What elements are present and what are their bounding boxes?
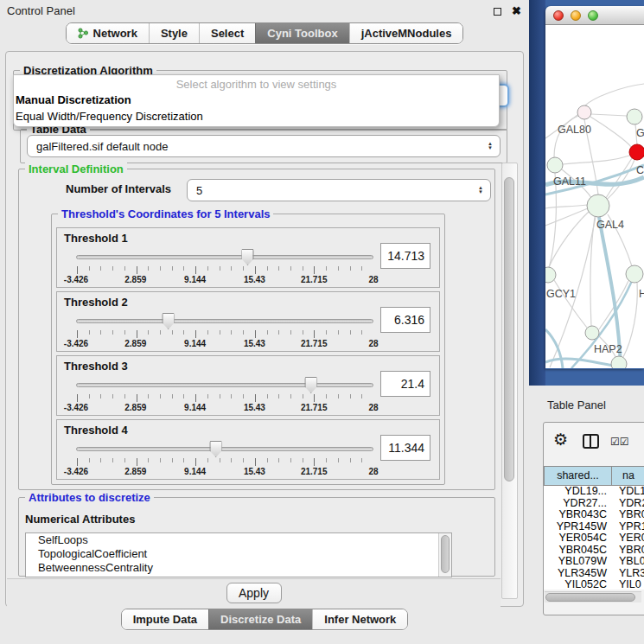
threshold-4-label: Threshold 4 xyxy=(64,424,128,437)
table-data-combobox[interactable]: galFiltered.sif default node ▲▼ xyxy=(27,135,501,157)
network-window-titlebar[interactable] xyxy=(545,6,644,25)
table-row[interactable]: YBR043CYBR0 xyxy=(544,509,644,521)
combobox-stepper-icon: ▲▼ xyxy=(471,186,490,194)
node-selected-red[interactable] xyxy=(629,144,644,160)
threshold-2-slider[interactable]: -3.4262.859 9.14415.43 21.71528 xyxy=(76,313,373,351)
threshold-1-row: Threshold 1 -3.4262.859 9.14415.43 21.71… xyxy=(56,227,440,288)
tab-infer-network[interactable]: Infer Network xyxy=(312,609,407,629)
slider-track[interactable] xyxy=(76,319,373,323)
desktop-edge xyxy=(529,0,545,386)
node-label: G xyxy=(636,127,644,139)
table-data-value: galFiltered.sif default node xyxy=(28,140,481,153)
close-traffic-light[interactable] xyxy=(553,10,564,21)
table-panel-title: Table Panel xyxy=(547,399,606,411)
threshold-1-value[interactable]: 14.713 xyxy=(380,243,430,269)
tab-style[interactable]: Style xyxy=(149,23,199,43)
algorithm-dropdown-popup: Select algorithm to view settings Manual… xyxy=(13,74,500,127)
table-row[interactable]: YPR145WYPR1 xyxy=(544,521,644,533)
node-hap2[interactable] xyxy=(585,326,599,340)
number-of-intervals-label: Number of Intervals xyxy=(66,182,171,195)
table-hscrollbar-thumb[interactable] xyxy=(545,593,635,602)
table-header: shared... na xyxy=(544,466,644,486)
table-body: YDL19...YDL1 YDR27...YDR2 YBR043CYBR0 YP… xyxy=(544,486,644,590)
number-of-intervals-value: 5 xyxy=(188,184,471,197)
numerical-attributes-list[interactable]: SelfLoops TopologicalCoefficient Between… xyxy=(25,532,452,577)
node-top-right[interactable] xyxy=(627,109,642,124)
network-labels: GAL80 G C GAL11 GAL4 GCY1 H HAP2 xyxy=(546,124,644,355)
node-label: GAL11 xyxy=(553,175,586,188)
threshold-3-label: Threshold 3 xyxy=(64,360,128,373)
tab-select[interactable]: Select xyxy=(199,23,255,43)
node-gal4[interactable] xyxy=(587,194,609,217)
attributes-group-title: Attributes to discretize xyxy=(25,491,154,504)
zoom-traffic-light[interactable] xyxy=(588,10,598,21)
threshold-3-value[interactable]: 21.4 xyxy=(380,371,430,397)
select-columns-icon[interactable]: ☑☑ xyxy=(610,436,629,448)
apply-button[interactable]: Apply xyxy=(226,583,282,603)
table-row[interactable]: YLR345WYLR3 xyxy=(544,568,644,580)
threshold-2-row: Threshold 2 -3.4262.859 9.14415.43 21.71… xyxy=(56,291,440,352)
minimize-traffic-light[interactable] xyxy=(571,10,581,21)
interval-definition-title: Interval Definition xyxy=(25,163,127,175)
table-row[interactable]: YER054CYER0 xyxy=(544,532,644,545)
top-tabbar: Network Style Select Cyni Toolbox jActiv… xyxy=(0,22,529,49)
table-row[interactable]: YDL19...YDL1 xyxy=(544,486,644,498)
threshold-4-value[interactable]: 11.344 xyxy=(380,435,430,461)
node-gal80[interactable] xyxy=(577,105,591,119)
column-header-name[interactable]: na xyxy=(612,466,644,486)
panel-scrollbar-thumb[interactable] xyxy=(504,177,514,481)
close-icon[interactable]: ✖ xyxy=(512,4,521,17)
split-columns-icon[interactable] xyxy=(583,434,599,449)
float-window-icon[interactable] xyxy=(494,8,501,16)
node-label: GCY1 xyxy=(546,288,576,300)
tab-discretize-data[interactable]: Discretize Data xyxy=(208,609,312,629)
panel-scrollbar[interactable] xyxy=(501,163,518,599)
tab-network[interactable]: Network xyxy=(67,23,149,43)
table-panel: ⚙ ☑☑ shared... na YDL19...YDL1 YDR27...Y… xyxy=(543,422,644,615)
table-hscrollbar[interactable] xyxy=(545,591,641,603)
list-item[interactable]: SelfLoops xyxy=(26,533,451,547)
cytoscape-desktop: GAL80 G C GAL11 GAL4 GCY1 H HAP2 xyxy=(529,0,644,386)
slider-handle[interactable] xyxy=(209,441,222,457)
list-scrollbar[interactable] xyxy=(438,533,451,577)
slider-track[interactable] xyxy=(76,255,373,259)
slider-handle[interactable] xyxy=(162,313,175,329)
tab-jactivemnodules[interactable]: jActiveMNodules xyxy=(349,23,463,43)
dropdown-hint: Select algorithm to view settings xyxy=(14,75,499,92)
node-label: GAL80 xyxy=(558,124,591,136)
number-of-intervals-combobox[interactable]: 5 ▲▼ xyxy=(187,179,491,201)
slider-track[interactable] xyxy=(76,383,373,387)
list-scrollbar-thumb[interactable] xyxy=(441,535,450,573)
threshold-4-row: Threshold 4 -3.4262.859 9.14415.43 21.71… xyxy=(56,419,440,480)
node-bottom-partial[interactable] xyxy=(611,356,627,368)
panel-title: Control Panel xyxy=(7,4,75,17)
table-row[interactable]: YIL052CYIL0 xyxy=(544,579,644,590)
bottom-tabbar: Impute Data Discretize Data Infer Networ… xyxy=(0,609,529,630)
node-right-mid[interactable] xyxy=(626,265,643,283)
control-panel-titlebar: Control Panel ✖ xyxy=(0,0,529,22)
column-header-shared[interactable]: shared... xyxy=(544,466,612,486)
dropdown-item-equal-width[interactable]: Equal Width/Frequency Discretization xyxy=(14,108,499,124)
threshold-1-slider[interactable]: -3.4262.859 9.14415.43 21.71528 xyxy=(76,249,373,287)
tab-cyni-toolbox[interactable]: Cyni Toolbox xyxy=(255,23,348,43)
table-row[interactable]: YDR27...YDR2 xyxy=(544,498,644,510)
list-item[interactable]: BetweennessCentrality xyxy=(26,561,451,575)
table-panel-bar: Table Panel xyxy=(529,386,644,422)
table-row[interactable]: YBR045CYBR0 xyxy=(544,545,644,557)
table-toolbar: ⚙ ☑☑ xyxy=(544,423,644,466)
slider-handle[interactable] xyxy=(241,249,254,265)
threshold-4-slider[interactable]: -3.4262.859 9.14415.43 21.71528 xyxy=(76,441,373,479)
combobox-stepper-icon: ▲▼ xyxy=(481,142,500,150)
tab-impute-data[interactable]: Impute Data xyxy=(122,609,208,629)
dropdown-item-manual[interactable]: Manual Discretization xyxy=(14,92,499,108)
table-row[interactable]: YBL079WYBL0 xyxy=(544,556,644,568)
list-item[interactable]: TopologicalCoefficient xyxy=(26,547,451,561)
slider-track[interactable] xyxy=(76,447,373,451)
tab-group: Network Style Select Cyni Toolbox jActiv… xyxy=(66,22,464,44)
threshold-3-slider[interactable]: -3.4262.859 9.14415.43 21.71528 xyxy=(76,377,373,415)
node-gal11[interactable] xyxy=(547,157,563,173)
network-canvas[interactable]: GAL80 G C GAL11 GAL4 GCY1 H HAP2 xyxy=(545,25,644,368)
slider-handle[interactable] xyxy=(304,377,317,393)
threshold-2-value[interactable]: 6.316 xyxy=(380,307,430,333)
gear-icon[interactable]: ⚙ xyxy=(553,431,568,449)
